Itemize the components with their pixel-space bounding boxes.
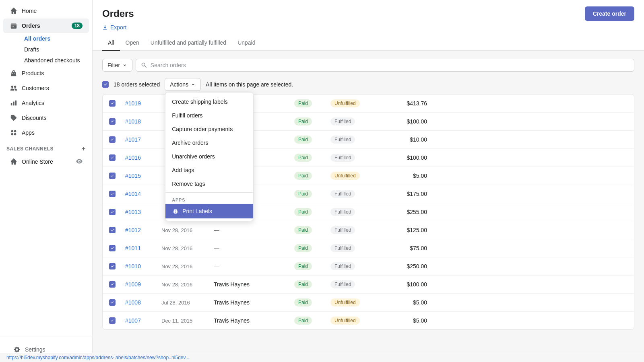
sidebar-item-analytics[interactable]: Analytics — [3, 96, 89, 110]
row-checkbox[interactable] — [109, 281, 125, 288]
order-number[interactable]: #1017 — [125, 136, 161, 143]
order-number[interactable]: #1007 — [125, 317, 161, 324]
sidebar-item-apps-label: Apps — [22, 130, 35, 136]
order-fulfillment: Fulfilled — [330, 190, 387, 198]
add-sales-channel-icon[interactable]: + — [82, 145, 86, 152]
search-input[interactable] — [151, 62, 629, 68]
row-checkbox[interactable] — [109, 191, 125, 197]
row-checkbox[interactable] — [109, 136, 125, 143]
create-order-button[interactable]: Create order — [585, 6, 634, 21]
sidebar-item-analytics-label: Analytics — [22, 100, 44, 106]
row-checkbox[interactable] — [109, 227, 125, 233]
sidebar-sub-all-orders[interactable]: All orders — [18, 33, 89, 44]
order-number[interactable]: #1014 — [125, 191, 161, 197]
home-icon — [10, 7, 18, 15]
order-payment: Paid — [294, 280, 330, 288]
order-payment: Paid — [294, 136, 330, 144]
main-content: Orders Create order Export All Open Unfu… — [93, 0, 644, 362]
page-title: Orders — [102, 8, 134, 19]
order-fulfillment: Fulfilled — [330, 280, 387, 288]
action-capture-payments[interactable]: Capture order payments — [165, 122, 253, 136]
order-customer: Travis Haynes — [214, 281, 294, 288]
main-header: Orders Create order Export All Open Unfu… — [93, 0, 644, 51]
order-date: Jul 28, 2016 — [161, 300, 214, 306]
order-payment: Paid — [294, 117, 330, 125]
sidebar-item-online-store[interactable]: Online Store — [3, 154, 89, 169]
selection-bar: 18 orders selected Actions Create shippi… — [102, 78, 634, 91]
order-payment: Paid — [294, 317, 330, 325]
order-number[interactable]: #1018 — [125, 118, 161, 125]
sidebar-sub-drafts[interactable]: Drafts — [18, 44, 89, 55]
order-amount: $100.00 — [387, 154, 427, 161]
order-fulfillment: Fulfilled — [330, 117, 387, 125]
order-amount: $100.00 — [387, 118, 427, 125]
row-checkbox[interactable] — [109, 299, 125, 306]
filter-button[interactable]: Filter — [102, 59, 132, 72]
table-row: #1011 Nov 28, 2016 — Paid Fulfilled $75.… — [103, 239, 634, 257]
order-number[interactable]: #1009 — [125, 281, 161, 288]
actions-chevron-icon — [191, 82, 196, 87]
order-amount: $10.00 — [387, 136, 427, 143]
table-row: #1010 Nov 28, 2016 — Paid Fulfilled $250… — [103, 257, 634, 276]
order-customer: Travis Haynes — [214, 299, 294, 306]
action-fulfill-orders[interactable]: Fulfill orders — [165, 109, 253, 122]
sidebar-sub-abandoned[interactable]: Abandoned checkouts — [18, 55, 89, 66]
order-number[interactable]: #1011 — [125, 245, 161, 251]
order-amount: $5.00 — [387, 299, 427, 306]
sidebar-item-discounts[interactable]: Discounts — [3, 111, 89, 125]
sales-channels-label: SALES CHANNELS — [6, 146, 54, 152]
orders-badge: 18 — [72, 23, 83, 29]
sidebar-item-products-label: Products — [22, 70, 44, 76]
sidebar-item-orders[interactable]: Orders 18 — [3, 19, 89, 33]
row-checkbox[interactable] — [109, 118, 125, 125]
row-checkbox[interactable] — [109, 154, 125, 161]
table-row: #1009 Nov 28, 2016 Travis Haynes Paid Fu… — [103, 276, 634, 294]
order-number[interactable]: #1010 — [125, 263, 161, 269]
discounts-icon — [10, 114, 18, 122]
tab-open[interactable]: Open — [120, 35, 145, 51]
sidebar-item-apps[interactable]: Apps — [3, 125, 89, 140]
row-checkbox[interactable] — [109, 100, 125, 107]
row-checkbox[interactable] — [109, 317, 125, 324]
actions-button[interactable]: Actions Create shipping labels Fulfill o… — [165, 78, 201, 91]
order-number[interactable]: #1016 — [125, 154, 161, 161]
apps-icon — [10, 129, 18, 137]
order-number[interactable]: #1008 — [125, 299, 161, 306]
selection-note: All items on this page are selected. — [206, 81, 293, 88]
row-checkbox[interactable] — [109, 173, 125, 179]
order-payment: Paid — [294, 298, 330, 306]
order-amount: $125.00 — [387, 227, 427, 233]
sidebar-item-online-store-label: Online Store — [22, 158, 53, 165]
sidebar-item-customers[interactable]: Customers — [3, 81, 89, 95]
action-print-labels[interactable]: Print Labels — [165, 204, 253, 218]
checkmark-icon — [103, 82, 108, 87]
action-unarchive-orders[interactable]: Unarchive orders — [165, 150, 253, 163]
customers-icon — [10, 84, 18, 92]
order-amount: $75.00 — [387, 245, 427, 251]
tab-unfulfilled[interactable]: Unfulfilled and partially fulfilled — [145, 35, 232, 51]
order-number[interactable]: #1012 — [125, 227, 161, 233]
row-checkbox[interactable] — [109, 263, 125, 269]
order-number[interactable]: #1019 — [125, 100, 161, 107]
action-remove-tags[interactable]: Remove tags — [165, 177, 253, 191]
sidebar-item-home[interactable]: Home — [3, 4, 89, 18]
select-all-checkbox[interactable] — [102, 81, 109, 88]
order-fulfillment: Fulfilled — [330, 244, 387, 252]
table-row: #1007 Dec 11, 2015 Travis Haynes Paid Un… — [103, 312, 634, 329]
order-number[interactable]: #1015 — [125, 173, 161, 179]
row-checkbox[interactable] — [109, 245, 125, 251]
row-checkbox[interactable] — [109, 209, 125, 215]
orders-icon — [10, 22, 18, 30]
sidebar-item-home-label: Home — [22, 8, 37, 14]
sidebar-item-products[interactable]: Products — [3, 66, 89, 80]
tab-unpaid[interactable]: Unpaid — [232, 35, 261, 51]
export-row[interactable]: Export — [102, 24, 634, 31]
sidebar-item-discounts-label: Discounts — [22, 115, 46, 121]
action-archive-orders[interactable]: Archive orders — [165, 136, 253, 150]
order-number[interactable]: #1013 — [125, 209, 161, 215]
action-add-tags[interactable]: Add tags — [165, 163, 253, 177]
toolbar: Filter — [102, 59, 634, 72]
action-create-shipping-labels[interactable]: Create shipping labels — [165, 95, 253, 109]
tab-all[interactable]: All — [102, 35, 120, 51]
status-url: https://hi5dev.myshopify.com/admin/apps/… — [6, 355, 190, 360]
